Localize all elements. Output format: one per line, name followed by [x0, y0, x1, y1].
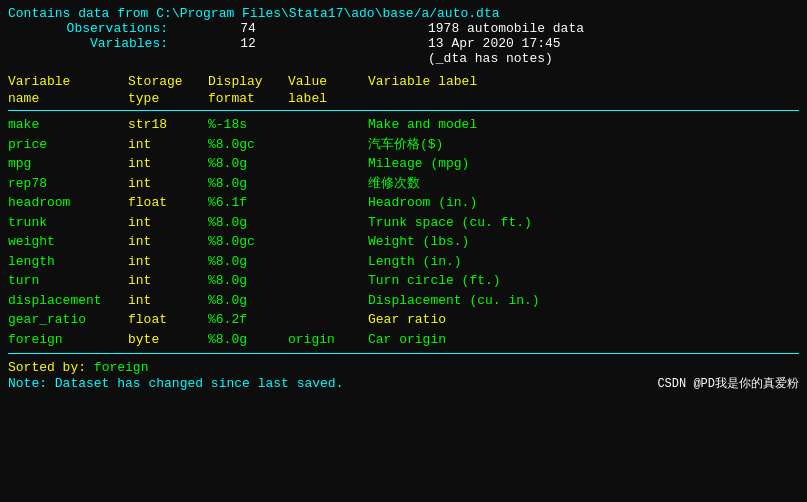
var-value [288, 115, 368, 135]
sorted-label: Sorted by: [8, 360, 86, 375]
var-format: %8.0g [208, 291, 288, 311]
col-value-sub: label [288, 91, 368, 106]
var-label: Weight (lbs.) [368, 232, 799, 252]
obs-label: Observations: [8, 21, 168, 36]
var-storage: str18 [128, 115, 208, 135]
obs-right: 1978 automobile data [428, 21, 799, 36]
var-name: foreign [8, 330, 128, 350]
table-row: gear_ratio float %6.2f Gear ratio [8, 310, 799, 330]
var-name: trunk [8, 213, 128, 233]
var-format: %8.0g [208, 271, 288, 291]
vars-label: Variables: [8, 36, 168, 51]
col-display-header: Display [208, 74, 288, 89]
header-divider [8, 110, 799, 111]
col-varlabel-sub [368, 91, 799, 106]
var-name: rep78 [8, 174, 128, 194]
table-row: foreign byte %8.0g origin Car origin [8, 330, 799, 350]
var-label: Mileage (mpg) [368, 154, 799, 174]
var-label: 维修次数 [368, 174, 799, 194]
var-value [288, 174, 368, 194]
col-varlabel-header: Variable label [368, 74, 799, 89]
var-format: %8.0g [208, 252, 288, 272]
table-row: headroom float %6.1f Headroom (in.) [8, 193, 799, 213]
var-storage: int [128, 271, 208, 291]
var-format: %6.2f [208, 310, 288, 330]
var-storage: int [128, 232, 208, 252]
col-headers-row2: name type format label [8, 91, 799, 106]
table-row: mpg int %8.0g Mileage (mpg) [8, 154, 799, 174]
var-value [288, 252, 368, 272]
dta-note-text: (_dta has notes) [428, 51, 553, 66]
var-format: %8.0g [208, 213, 288, 233]
note-spacer [8, 51, 428, 66]
csdn-watermark: CSDN @PD我是你的真爱粉 [657, 375, 799, 392]
vars-date: 13 Apr 2020 17:45 [428, 36, 561, 51]
var-label: Headroom (in.) [368, 193, 799, 213]
var-storage: int [128, 154, 208, 174]
header-section: Contains data from C:\Program Files\Stat… [8, 6, 799, 66]
var-value [288, 271, 368, 291]
contains-text: Contains data from C:\Program Files\Stat… [8, 6, 499, 21]
col-storage-header: Storage [128, 74, 208, 89]
var-name: turn [8, 271, 128, 291]
var-format: %8.0g [208, 330, 288, 350]
var-storage: float [128, 310, 208, 330]
footer-section: Sorted by: foreign Note: Dataset has cha… [8, 360, 799, 392]
col-variable-header: Variable [8, 74, 128, 89]
footer-divider [8, 353, 799, 354]
obs-line: Observations: 74 1978 automobile data [8, 21, 799, 36]
var-value: origin [288, 330, 368, 350]
var-format: %8.0g [208, 154, 288, 174]
var-name: displacement [8, 291, 128, 311]
vars-left: Variables: 12 [8, 36, 428, 51]
var-storage: byte [128, 330, 208, 350]
var-value [288, 310, 368, 330]
var-label: 汽车价格($) [368, 135, 799, 155]
data-rows-container: make str18 %-18s Make and model price in… [8, 115, 799, 349]
var-value [288, 135, 368, 155]
vars-line: Variables: 12 13 Apr 2020 17:45 [8, 36, 799, 51]
var-label: Displacement (cu. in.) [368, 291, 799, 311]
stata-output: Contains data from C:\Program Files\Stat… [0, 0, 807, 502]
col-display-sub: format [208, 91, 288, 106]
var-label: Gear ratio [368, 310, 799, 330]
var-value [288, 291, 368, 311]
table-row: rep78 int %8.0g 维修次数 [8, 174, 799, 194]
note-text: Note: Dataset has changed since last sav… [8, 376, 343, 391]
table-row: trunk int %8.0g Trunk space (cu. ft.) [8, 213, 799, 233]
var-storage: int [128, 291, 208, 311]
var-name: mpg [8, 154, 128, 174]
obs-desc: 1978 automobile data [428, 21, 584, 36]
var-name: make [8, 115, 128, 135]
var-value [288, 154, 368, 174]
table-row: make str18 %-18s Make and model [8, 115, 799, 135]
var-format: %8.0g [208, 174, 288, 194]
obs-value: 74 [176, 21, 256, 36]
table-row: weight int %8.0gc Weight (lbs.) [8, 232, 799, 252]
table-row: turn int %8.0g Turn circle (ft.) [8, 271, 799, 291]
var-value [288, 193, 368, 213]
col-value-header: Value [288, 74, 368, 89]
var-label: Car origin [368, 330, 799, 350]
sorted-value: foreign [94, 360, 149, 375]
var-format: %8.0gc [208, 135, 288, 155]
var-format: %6.1f [208, 193, 288, 213]
col-storage-sub: type [128, 91, 208, 106]
var-name: headroom [8, 193, 128, 213]
note-line-header: (_dta has notes) [8, 51, 799, 66]
col-name-sub: name [8, 91, 128, 106]
var-name: price [8, 135, 128, 155]
var-storage: int [128, 174, 208, 194]
contains-line: Contains data from C:\Program Files\Stat… [8, 6, 799, 21]
vars-value: 12 [176, 36, 256, 51]
table-row: price int %8.0gc 汽车价格($) [8, 135, 799, 155]
table-row: displacement int %8.0g Displacement (cu.… [8, 291, 799, 311]
var-storage: int [128, 213, 208, 233]
var-name: weight [8, 232, 128, 252]
var-storage: int [128, 135, 208, 155]
dta-note: (_dta has notes) [428, 51, 799, 66]
var-label: Length (in.) [368, 252, 799, 272]
var-storage: float [128, 193, 208, 213]
var-value [288, 213, 368, 233]
col-headers-row1: Variable Storage Display Value Variable … [8, 70, 799, 89]
